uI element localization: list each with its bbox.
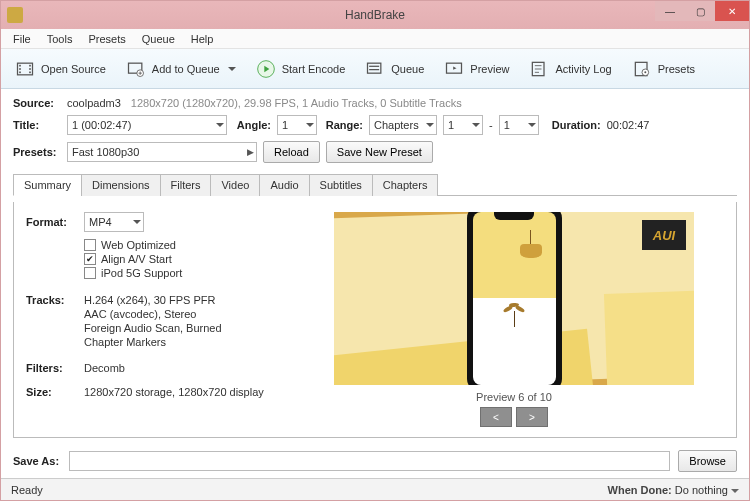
filters-label: Filters: <box>26 362 78 374</box>
svg-rect-4 <box>29 64 31 66</box>
chevron-down-icon <box>216 123 224 127</box>
range-dash: - <box>489 119 493 131</box>
duration-value: 00:02:47 <box>607 119 650 131</box>
chevron-right-icon: ▶ <box>247 147 254 157</box>
chevron-down-icon <box>228 67 236 71</box>
svg-rect-6 <box>29 71 31 73</box>
when-done[interactable]: When Done: Do nothing <box>608 484 739 496</box>
menu-presets[interactable]: Presets <box>80 33 133 45</box>
preview-label: Preview <box>470 63 509 75</box>
track-line: H.264 (x264), 30 FPS PFR <box>84 294 222 306</box>
size-value: 1280x720 storage, 1280x720 display <box>84 386 264 398</box>
svg-rect-5 <box>29 68 31 70</box>
svg-rect-15 <box>369 69 379 70</box>
tracks-label: Tracks: <box>26 294 78 306</box>
toolbar: Open Source Add to Queue Start Encode Qu… <box>1 49 749 89</box>
ipod-5g-checkbox[interactable]: iPod 5G Support <box>83 266 296 280</box>
activity-log-button[interactable]: Activity Log <box>521 55 619 83</box>
queue-label: Queue <box>391 63 424 75</box>
menu-help[interactable]: Help <box>183 33 222 45</box>
checkbox-icon <box>84 239 96 251</box>
preset-select[interactable]: Fast 1080p30 ▶ <box>67 142 257 162</box>
tab-subtitles[interactable]: Subtitles <box>309 174 373 196</box>
preset-value: Fast 1080p30 <box>72 146 139 158</box>
add-to-queue-label: Add to Queue <box>152 63 220 75</box>
close-button[interactable]: ✕ <box>715 1 749 21</box>
source-detail: 1280x720 (1280x720), 29.98 FPS, 1 Audio … <box>131 97 462 109</box>
save-new-label: Save New Preset <box>337 146 422 158</box>
align-av-checkbox[interactable]: ✔Align A/V Start <box>83 252 296 266</box>
format-select[interactable]: MP4 <box>84 212 144 232</box>
presets-icon <box>632 59 652 79</box>
range-mode-value: Chapters <box>374 119 419 131</box>
ipod-5g-label: iPod 5G Support <box>101 267 182 279</box>
maximize-button[interactable]: ▢ <box>685 1 715 21</box>
preview-button[interactable]: Preview <box>436 55 517 83</box>
chevron-down-icon <box>472 123 480 127</box>
menu-tools[interactable]: Tools <box>39 33 81 45</box>
tab-summary[interactable]: Summary <box>13 174 82 196</box>
add-to-queue-button[interactable]: Add to Queue <box>118 55 244 83</box>
play-icon <box>256 59 276 79</box>
tab-video[interactable]: Video <box>210 174 260 196</box>
svg-rect-14 <box>369 65 379 66</box>
start-encode-button[interactable]: Start Encode <box>248 55 354 83</box>
reload-button[interactable]: Reload <box>263 141 320 163</box>
range-to-select[interactable]: 1 <box>499 115 539 135</box>
filters-value: Decomb <box>84 362 125 374</box>
tabs: Summary Dimensions Filters Video Audio S… <box>13 173 737 196</box>
minimize-button[interactable]: — <box>655 1 685 21</box>
svg-point-24 <box>644 71 646 73</box>
summary-pane: Format: MP4 Web Optimized ✔Align A/V Sta… <box>13 202 737 438</box>
track-line: Foreign Audio Scan, Burned <box>84 322 222 334</box>
menu-queue[interactable]: Queue <box>134 33 183 45</box>
tab-filters[interactable]: Filters <box>160 174 212 196</box>
tab-dimensions[interactable]: Dimensions <box>81 174 160 196</box>
open-source-label: Open Source <box>41 63 106 75</box>
presets-button[interactable]: Presets <box>624 55 703 83</box>
preview-prev-button[interactable]: < <box>480 407 512 427</box>
browse-button[interactable]: Browse <box>678 450 737 472</box>
checkbox-icon: ✔ <box>84 253 96 265</box>
title-select[interactable]: 1 (00:02:47) <box>67 115 227 135</box>
range-from-select[interactable]: 1 <box>443 115 483 135</box>
log-icon <box>529 59 549 79</box>
angle-value: 1 <box>282 119 288 131</box>
open-source-button[interactable]: Open Source <box>7 55 114 83</box>
menubar: File Tools Presets Queue Help <box>1 29 749 49</box>
preview-icon <box>444 59 464 79</box>
activity-log-label: Activity Log <box>555 63 611 75</box>
queue-icon <box>365 59 385 79</box>
presets-label: Presets <box>658 63 695 75</box>
tab-chapters[interactable]: Chapters <box>372 174 439 196</box>
save-new-preset-button[interactable]: Save New Preset <box>326 141 433 163</box>
tab-audio[interactable]: Audio <box>259 174 309 196</box>
preview-image: AUI <box>334 212 694 385</box>
duration-label: Duration: <box>545 119 601 131</box>
chevron-down-icon <box>528 123 536 127</box>
menu-file[interactable]: File <box>5 33 39 45</box>
web-optimized-checkbox[interactable]: Web Optimized <box>83 238 296 252</box>
range-to-value: 1 <box>504 119 510 131</box>
chevron-down-icon <box>426 123 434 127</box>
title-value: 1 (00:02:47) <box>72 119 131 131</box>
angle-select[interactable]: 1 <box>277 115 317 135</box>
align-av-label: Align A/V Start <box>101 253 172 265</box>
preview-badge: AUI <box>642 220 686 250</box>
window-title: HandBrake <box>345 8 405 22</box>
size-label: Size: <box>26 386 78 398</box>
save-as-label: Save As: <box>13 455 61 467</box>
range-mode-select[interactable]: Chapters <box>369 115 437 135</box>
source-label: Source: <box>13 97 61 109</box>
format-label: Format: <box>26 216 78 228</box>
svg-rect-13 <box>368 63 381 73</box>
svg-rect-2 <box>19 68 21 70</box>
film-icon <box>15 59 35 79</box>
format-value: MP4 <box>89 216 112 228</box>
save-as-input[interactable] <box>69 451 670 471</box>
track-line: AAC (avcodec), Stereo <box>84 308 222 320</box>
reload-label: Reload <box>274 146 309 158</box>
checkbox-icon <box>84 267 96 279</box>
queue-button[interactable]: Queue <box>357 55 432 83</box>
preview-next-button[interactable]: > <box>516 407 548 427</box>
